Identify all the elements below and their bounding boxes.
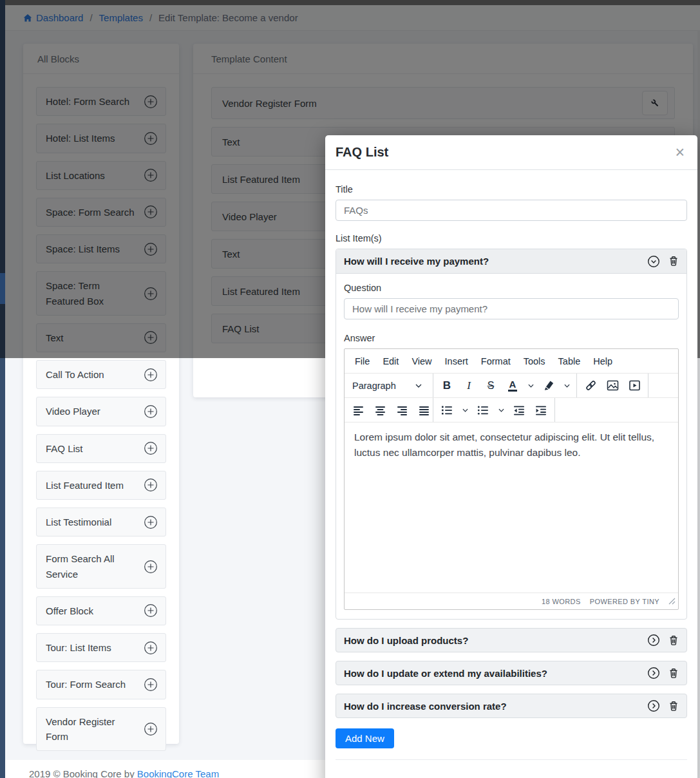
faq-list-modal: FAQ List × Title List Item(s) How will I… — [325, 135, 697, 778]
block-item[interactable]: Offer Block — [36, 596, 166, 625]
numbered-list-icon[interactable] — [436, 401, 458, 420]
modal-body: Title List Item(s) How will I receive my… — [325, 170, 697, 772]
text-color-button[interactable]: A — [502, 376, 524, 395]
highlight-color-button[interactable] — [538, 376, 560, 395]
add-circle-icon[interactable] — [144, 722, 158, 736]
trash-icon[interactable] — [668, 701, 679, 712]
align-left-icon[interactable] — [347, 401, 369, 420]
close-icon[interactable]: × — [675, 144, 685, 160]
add-circle-icon[interactable] — [144, 678, 158, 692]
block-item[interactable]: Vendor Register Form — [36, 707, 166, 752]
footer-team-link[interactable]: BookingCore Team — [137, 768, 219, 778]
faq-item-header[interactable]: How will I receive my payment? — [336, 249, 686, 274]
chevron-right-circle-icon[interactable] — [647, 634, 660, 647]
faq-item-collapsed[interactable]: How do I increase conversion rate? — [336, 694, 687, 718]
add-circle-icon[interactable] — [144, 603, 158, 618]
bold-button[interactable]: B — [436, 376, 458, 395]
editor-menu-item[interactable]: View — [405, 356, 438, 366]
block-item-label: Offer Block — [46, 603, 97, 618]
trash-icon[interactable] — [668, 256, 679, 267]
format-select-value: Paragraph — [352, 381, 396, 391]
editor-menu-item[interactable]: Format — [475, 356, 517, 366]
block-item-label: Form Search All Service — [46, 551, 144, 582]
chevron-right-circle-icon[interactable] — [647, 667, 660, 679]
question-input[interactable] — [344, 298, 679, 319]
modal-header: FAQ List × — [325, 135, 697, 170]
word-count: 18 WORDS — [542, 598, 581, 605]
add-circle-icon[interactable] — [144, 441, 158, 455]
block-item-label: Tour: Form Search — [46, 677, 129, 692]
block-item-label: FAQ List — [46, 441, 87, 456]
block-item[interactable]: Tour: Form Search — [36, 670, 166, 699]
bullet-list-chevron-icon[interactable] — [494, 401, 508, 420]
editor-menu-item[interactable]: File — [348, 356, 376, 366]
chevron-right-circle-icon[interactable] — [647, 699, 660, 712]
question-label: Question — [344, 283, 679, 293]
answer-label: Answer — [344, 333, 679, 343]
indent-icon[interactable] — [530, 401, 552, 420]
editor-menu-item[interactable]: Edit — [376, 356, 405, 366]
editor-menu-item[interactable]: Tools — [517, 356, 552, 366]
bullet-list-icon[interactable] — [472, 401, 494, 420]
add-circle-icon[interactable] — [144, 560, 158, 574]
link-icon[interactable] — [580, 376, 601, 395]
format-select[interactable]: Paragraph — [347, 381, 426, 391]
modal-title: FAQ List — [336, 145, 388, 160]
block-item-label: List Featured Item — [46, 478, 128, 493]
editor-menu-item[interactable]: Table — [552, 356, 587, 366]
block-item-label: Vendor Register Form — [46, 714, 144, 745]
add-circle-icon[interactable] — [144, 478, 158, 492]
block-item-label: Video Player — [46, 404, 104, 419]
add-circle-icon[interactable] — [144, 404, 158, 419]
text-color-glyph: A — [509, 379, 516, 389]
marker-pen-icon — [544, 380, 554, 391]
modal-footer — [336, 759, 687, 772]
numbered-list-chevron-icon[interactable] — [458, 401, 472, 420]
resize-handle[interactable] — [668, 598, 676, 605]
faq-item-title: How do I update or extend my availabilit… — [344, 668, 547, 679]
faq-collapsed-list: How do I upload products? — [336, 628, 687, 718]
insert-media-icon[interactable] — [623, 376, 645, 395]
block-item[interactable]: Call To Action — [36, 360, 166, 389]
highlight-color-chevron-icon[interactable] — [560, 376, 574, 395]
text-color-chevron-icon[interactable] — [524, 376, 538, 395]
chevron-down-circle-icon[interactable] — [647, 255, 660, 268]
rich-text-editor: File Edit View Insert Format Tools Tab — [344, 348, 679, 610]
editor-menu-item[interactable]: Insert — [439, 356, 475, 366]
title-input[interactable] — [336, 200, 687, 221]
faq-item-expanded: How will I receive my payment? — [336, 249, 687, 620]
align-center-icon[interactable] — [369, 401, 391, 420]
editor-content[interactable]: Lorem ipsum dolor sit amet, consectetur … — [345, 422, 678, 593]
add-new-button[interactable]: Add New — [336, 728, 394, 748]
block-item[interactable]: Video Player — [36, 397, 166, 426]
add-circle-icon[interactable] — [144, 515, 158, 529]
faq-item-title: How will I receive my payment? — [344, 256, 489, 267]
block-item[interactable]: FAQ List — [36, 434, 166, 463]
trash-icon[interactable] — [668, 635, 679, 646]
align-right-icon[interactable] — [391, 401, 413, 420]
block-item[interactable]: List Featured Item — [36, 471, 166, 500]
faq-item-title: How do I increase conversion rate? — [344, 701, 507, 712]
block-item[interactable]: Tour: List Items — [36, 633, 166, 662]
add-circle-icon[interactable] — [144, 641, 158, 655]
faq-item-collapsed[interactable]: How do I update or extend my availabilit… — [336, 661, 687, 685]
trash-icon[interactable] — [668, 668, 679, 679]
editor-statusbar: 18 WORDS POWERED BY TINY — [345, 593, 678, 609]
italic-button[interactable]: I — [458, 376, 480, 395]
footer-text: 2019 © Booking Core by — [29, 768, 137, 778]
editor-toolbar-row2 — [345, 398, 678, 422]
faq-item-title: How do I upload products? — [344, 635, 468, 646]
block-item[interactable]: Form Search All Service — [36, 544, 166, 589]
title-label: Title — [336, 184, 687, 194]
block-item-label: Tour: List Items — [46, 640, 115, 655]
strikethrough-button[interactable]: S — [480, 376, 502, 395]
block-item[interactable]: List Testimonial — [36, 508, 166, 536]
list-items-label: List Item(s) — [336, 233, 687, 243]
outdent-icon[interactable] — [508, 401, 530, 420]
faq-item-collapsed[interactable]: How do I upload products? — [336, 628, 687, 652]
align-justify-icon[interactable] — [413, 401, 435, 420]
editor-menubar: File Edit View Insert Format Tools Tab — [345, 349, 678, 374]
insert-image-icon[interactable] — [601, 376, 623, 395]
editor-menu-item[interactable]: Help — [587, 356, 619, 366]
add-circle-icon[interactable] — [144, 368, 158, 382]
